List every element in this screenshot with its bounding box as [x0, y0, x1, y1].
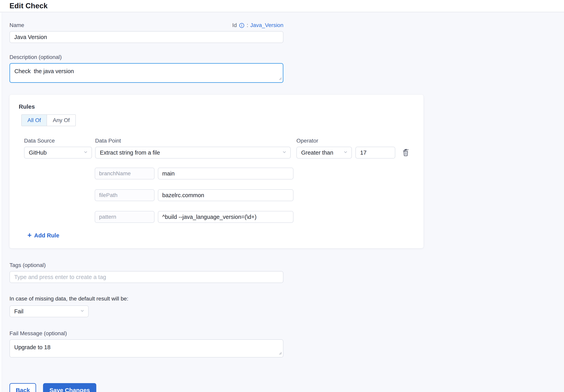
match-toggle: All Of Any Of: [21, 114, 76, 126]
param-row: branchName: [19, 168, 414, 179]
chevron-down-icon: [83, 149, 88, 156]
param-name-branchname: branchName: [95, 168, 155, 179]
missing-data-label: In case of missing data, the default res…: [10, 296, 564, 302]
tags-label: Tags (optional): [10, 262, 564, 268]
rule-column-labels: Data Source Data Point Operator: [19, 138, 414, 144]
data-source-label: Data Source: [24, 138, 95, 144]
description-wrap: Check the java version: [10, 63, 283, 83]
chevron-down-icon: [343, 149, 348, 156]
operator-select[interactable]: Greater than: [296, 147, 352, 159]
toggle-all-of[interactable]: All Of: [22, 115, 47, 126]
name-input[interactable]: [10, 31, 283, 43]
rules-card: Rules All Of Any Of Data Source Data Poi…: [10, 95, 423, 248]
operand-input[interactable]: [355, 147, 395, 159]
page-title: Edit Check: [10, 2, 48, 10]
trash-icon: [401, 148, 410, 158]
check-id-link[interactable]: Java_Version: [250, 22, 283, 28]
param-name-filepath: filePath: [95, 189, 155, 201]
operator-value: Greater than: [301, 149, 333, 156]
param-name-pattern: pattern: [95, 211, 155, 223]
edit-check-form: Name Id : Java_Version Description (opti…: [0, 22, 564, 392]
left-rail: [0, 13, 2, 392]
fail-message-textarea[interactable]: Upgrade to 18: [10, 339, 283, 357]
chevron-down-icon: [80, 308, 85, 315]
rules-heading: Rules: [19, 103, 414, 110]
info-icon[interactable]: [239, 23, 245, 28]
save-changes-button[interactable]: Save Changes: [43, 383, 96, 392]
tags-input[interactable]: [10, 271, 283, 283]
data-point-value: Extract string from a file: [100, 149, 160, 156]
data-point-label: Data Point: [95, 138, 296, 144]
fail-message-wrap: Upgrade to 18: [10, 339, 283, 357]
param-value-pattern[interactable]: [158, 211, 294, 223]
delete-rule-button[interactable]: [400, 147, 411, 158]
toggle-any-of[interactable]: Any Of: [47, 115, 75, 126]
plus-icon: +: [28, 232, 32, 239]
resize-grip-icon[interactable]: [279, 351, 282, 356]
param-value-filepath[interactable]: [158, 189, 294, 201]
add-rule-button[interactable]: + Add Rule: [28, 232, 59, 239]
data-point-select[interactable]: Extract string from a file: [95, 147, 291, 159]
back-button[interactable]: Back: [10, 383, 36, 392]
name-label: Name: [10, 22, 24, 28]
resize-grip-icon[interactable]: [279, 77, 282, 81]
rule-row: GitHub Extract string from a file Greate…: [19, 147, 414, 159]
data-source-value: GitHub: [29, 149, 47, 156]
data-source-select[interactable]: GitHub: [24, 147, 92, 159]
page-header: Edit Check: [0, 0, 564, 12]
id-label: Id: [232, 22, 237, 28]
form-actions: Back Save Changes: [10, 383, 564, 392]
name-field-header: Name Id : Java_Version: [10, 22, 283, 28]
add-rule-label: Add Rule: [34, 232, 59, 239]
param-value-branchname[interactable]: [158, 168, 294, 179]
missing-data-value: Fail: [14, 308, 24, 315]
fail-message-label: Fail Message (optional): [10, 330, 564, 337]
description-label: Description (optional): [10, 54, 564, 60]
param-row: pattern: [19, 211, 414, 223]
check-id-line: Id : Java_Version: [232, 22, 283, 28]
description-textarea[interactable]: Check the java version: [10, 63, 283, 83]
chevron-down-icon: [282, 149, 287, 156]
missing-data-select[interactable]: Fail: [10, 305, 89, 317]
id-separator: :: [247, 22, 248, 28]
param-row: filePath: [19, 189, 414, 201]
operator-label: Operator: [296, 138, 318, 144]
